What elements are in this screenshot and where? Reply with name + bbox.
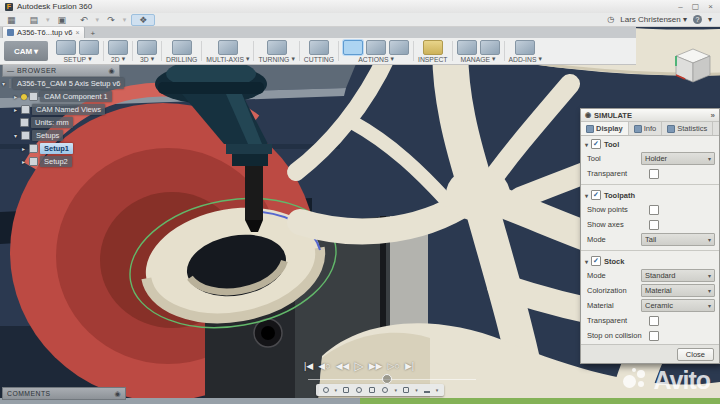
expand-icon[interactable]: ▸ <box>20 145 27 152</box>
show-axes-checkbox[interactable] <box>649 220 659 230</box>
inspect-icon[interactable] <box>423 40 443 55</box>
browser-item-named-views[interactable]: ▸ CAM Named Views <box>2 103 120 116</box>
expand-icon[interactable]: ▸ <box>12 106 19 113</box>
new-tab-button[interactable]: + <box>85 29 102 38</box>
file-menu-arrow[interactable]: ▾ <box>46 16 50 24</box>
browser-collapse-icon[interactable]: — <box>7 67 15 74</box>
expand-icon[interactable]: ▾ <box>2 80 5 87</box>
browser-item-setups[interactable]: ▾ Setups <box>2 129 120 142</box>
browser-header[interactable]: — BROWSER ◉ <box>2 64 120 77</box>
close-button[interactable]: × <box>708 2 713 11</box>
fit-icon[interactable] <box>368 386 376 394</box>
new-setup-icon[interactable] <box>56 40 76 55</box>
browser-item-setup1[interactable]: ▸ Setup1 <box>2 142 120 155</box>
grid-snaps-menu-arrow[interactable]: ▾ <box>436 387 439 393</box>
pan-icon[interactable] <box>342 386 350 394</box>
stock-transparent-checkbox[interactable] <box>649 316 659 326</box>
data-panel-icon[interactable]: ▦ <box>0 14 23 26</box>
help-menu-arrow[interactable]: ▾ <box>708 15 712 24</box>
save-icon[interactable]: ▣ <box>51 14 74 26</box>
simulate-dialog-header[interactable]: ◉ SIMULATE » <box>581 109 719 122</box>
dialog-expand-icon[interactable]: » <box>711 111 715 120</box>
maximize-button[interactable]: ▢ <box>692 2 700 11</box>
tab-close-icon[interactable]: × <box>75 29 79 36</box>
drilling-icon[interactable] <box>172 40 192 55</box>
browser-item-cam-component[interactable]: ▸ CAM Component 1 <box>2 90 120 103</box>
section-collapse-icon[interactable]: ▾ <box>585 258 588 265</box>
ribbon-menu-manage[interactable]: MANAGE▾ <box>461 55 496 63</box>
setup-sheet-icon[interactable] <box>389 40 409 55</box>
undo-arrow[interactable]: ▾ <box>96 16 100 24</box>
browser-item-units[interactable]: Units: mm <box>2 116 120 129</box>
tool-transparent-checkbox[interactable] <box>649 169 659 179</box>
tool-mode-select[interactable]: Holder ▾ <box>641 152 715 165</box>
go-to-beginning-button[interactable]: |◀ <box>304 359 313 373</box>
zoom-icon[interactable] <box>355 386 363 394</box>
display-settings-icon[interactable] <box>402 386 410 394</box>
expand-icon[interactable]: ▾ <box>12 132 19 139</box>
ribbon-menu-drilling[interactable]: DRILLING <box>166 56 197 63</box>
stock-enabled-checkbox[interactable]: ✓ <box>591 256 601 266</box>
section-collapse-icon[interactable]: ▾ <box>585 192 588 199</box>
help-menu-icon[interactable]: ? <box>693 15 702 24</box>
previous-operation-button[interactable]: ◀○ <box>318 359 330 373</box>
browser-item-root[interactable]: ▾ A356-T6_CAM 5 Axis Setup v6 <box>2 77 120 90</box>
orbit-icon[interactable] <box>322 386 330 394</box>
ribbon-menu-inspect[interactable]: INSPECT <box>418 56 447 63</box>
expand-icon[interactable]: ▸ <box>12 93 19 100</box>
ribbon-menu-add-ins[interactable]: ADD-INS▾ <box>509 55 542 63</box>
ribbon-menu-2d[interactable]: 2D▾ <box>111 55 125 63</box>
ribbon-menu-multi-axis[interactable]: MULTI-AXIS▾ <box>206 55 249 63</box>
close-dialog-button[interactable]: Close <box>677 348 714 361</box>
section-collapse-icon[interactable]: ▾ <box>585 141 588 148</box>
material-select[interactable]: Ceramic ▾ <box>641 299 715 312</box>
undo-icon[interactable]: ↶ <box>73 14 95 26</box>
multi-axis-icon[interactable] <box>218 40 238 55</box>
minimize-button[interactable]: – <box>678 2 682 11</box>
zoom-window-menu-arrow[interactable]: ▾ <box>395 387 398 393</box>
2d-milling-icon[interactable] <box>108 40 128 55</box>
post-process-icon[interactable] <box>366 40 386 55</box>
turning-icon[interactable] <box>267 40 287 55</box>
simulate-icon[interactable] <box>343 40 363 55</box>
cutting-icon[interactable] <box>309 40 329 55</box>
show-points-checkbox[interactable] <box>649 205 659 215</box>
tool-library-icon[interactable] <box>457 40 477 55</box>
marking-menu-icon[interactable]: ❖ <box>131 14 155 26</box>
viewcube[interactable] <box>676 49 710 82</box>
visibility-bulb-icon[interactable] <box>21 94 27 100</box>
comments-options-icon[interactable]: ◉ <box>114 390 121 398</box>
redo-icon[interactable]: ↷ <box>100 14 122 26</box>
tool-enabled-checkbox[interactable]: ✓ <box>591 139 601 149</box>
browser-item-setup2[interactable]: ▸ Setup2 <box>2 155 120 168</box>
job-status-icon[interactable]: ◷ <box>607 15 614 24</box>
browser-options-icon[interactable]: ◉ <box>108 67 115 75</box>
ribbon-menu-3d[interactable]: 3D▾ <box>140 55 154 63</box>
redo-arrow[interactable]: ▾ <box>123 16 127 24</box>
next-operation-button[interactable]: ▷○ <box>388 359 400 373</box>
ribbon-menu-cutting[interactable]: CUTTING <box>304 56 334 63</box>
stop-on-collision-checkbox[interactable] <box>649 331 659 341</box>
orbit-menu-arrow[interactable]: ▾ <box>335 387 338 393</box>
workspace-switcher[interactable]: CAM▾ <box>4 41 48 61</box>
simulation-timeline-handle[interactable] <box>382 374 392 384</box>
expand-icon[interactable]: ▸ <box>20 158 27 165</box>
add-ins-icon[interactable] <box>515 40 535 55</box>
go-to-end-button[interactable]: ▶| <box>405 359 414 373</box>
step-forward-button[interactable]: ▶▶ <box>369 359 383 373</box>
zoom-window-icon[interactable] <box>381 386 389 394</box>
colorization-select[interactable]: Material ▾ <box>641 284 715 297</box>
step-back-button[interactable]: ◀◀ <box>336 359 350 373</box>
stock-mode-select[interactable]: Standard ▾ <box>641 269 715 282</box>
toolpath-mode-select[interactable]: Tail ▾ <box>641 233 715 246</box>
file-menu-icon[interactable]: ▤ <box>23 14 46 26</box>
display-settings-menu-arrow[interactable]: ▾ <box>415 387 418 393</box>
tab-display[interactable]: Display <box>581 122 629 135</box>
play-button[interactable]: ▷ <box>354 359 363 373</box>
tab-info[interactable]: Info <box>629 122 663 135</box>
tab-statistics[interactable]: Statistics <box>662 122 713 135</box>
ribbon-menu-turning[interactable]: TURNING▾ <box>258 55 294 63</box>
comments-panel[interactable]: COMMENTS ◉ <box>2 387 126 400</box>
simulation-timeline-track[interactable] <box>308 379 476 380</box>
ribbon-menu-actions[interactable]: ACTIONS▾ <box>358 55 394 63</box>
